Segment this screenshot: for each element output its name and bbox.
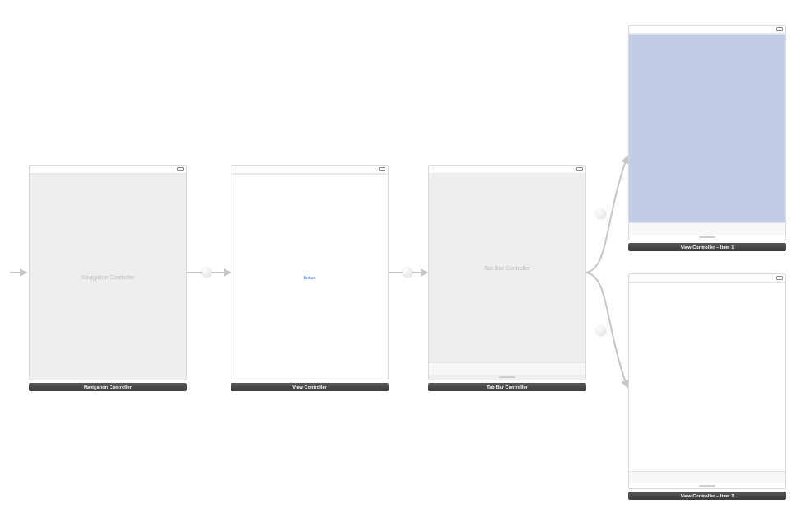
- scene-view-controller[interactable]: Button View Controller: [231, 165, 389, 391]
- battery-icon: [776, 276, 783, 280]
- scene-label: View Controller – Item 2: [628, 492, 786, 500]
- segue-tab-item1[interactable]: [596, 209, 606, 219]
- home-indicator: [429, 375, 585, 380]
- battery-icon: [576, 167, 583, 171]
- home-indicator: [629, 235, 785, 240]
- status-bar: [629, 26, 785, 34]
- battery-icon: [776, 27, 783, 31]
- status-bar: [629, 274, 785, 282]
- scene-frame: [628, 25, 786, 240]
- status-bar: [30, 166, 186, 174]
- segue-tab-item2[interactable]: [596, 326, 606, 336]
- center-button[interactable]: Button: [299, 274, 320, 281]
- segue-view-tab[interactable]: [403, 268, 412, 278]
- scene-item-1[interactable]: View Controller – Item 1: [628, 25, 786, 251]
- scene-tab-bar-controller[interactable]: Tab Bar Controller Tab Bar Controller: [428, 165, 586, 391]
- content-area: [629, 35, 785, 222]
- scene-label: Tab Bar Controller: [428, 383, 586, 391]
- segue-root-nav[interactable]: [202, 268, 212, 278]
- scene-label: View Controller: [231, 383, 389, 391]
- scene-label: View Controller – Item 1: [628, 243, 786, 251]
- scene-frame: Tab Bar Controller: [428, 165, 586, 380]
- scene-frame: Navigation Controller: [29, 165, 187, 380]
- tab-bar: [629, 471, 785, 483]
- status-bar: [231, 166, 388, 174]
- storyboard-canvas[interactable]: Navigation Controller Navigation Control…: [0, 0, 811, 532]
- home-indicator: [629, 483, 785, 488]
- placeholder-label: Navigation Controller: [30, 175, 186, 380]
- content-area: Button: [231, 175, 388, 380]
- placeholder-label: Tab Bar Controller: [429, 174, 585, 362]
- scene-frame: Button: [231, 165, 389, 380]
- tab-bar: [429, 362, 585, 375]
- battery-icon: [379, 167, 385, 171]
- scene-item-2[interactable]: View Controller – Item 2: [628, 273, 786, 500]
- scene-frame: [628, 273, 786, 489]
- battery-icon: [177, 167, 184, 171]
- scene-navigation-controller[interactable]: Navigation Controller Navigation Control…: [29, 165, 187, 391]
- tab-bar: [629, 222, 785, 235]
- scene-label: Navigation Controller: [29, 383, 187, 391]
- status-bar: [429, 166, 585, 174]
- content-area: [629, 283, 785, 471]
